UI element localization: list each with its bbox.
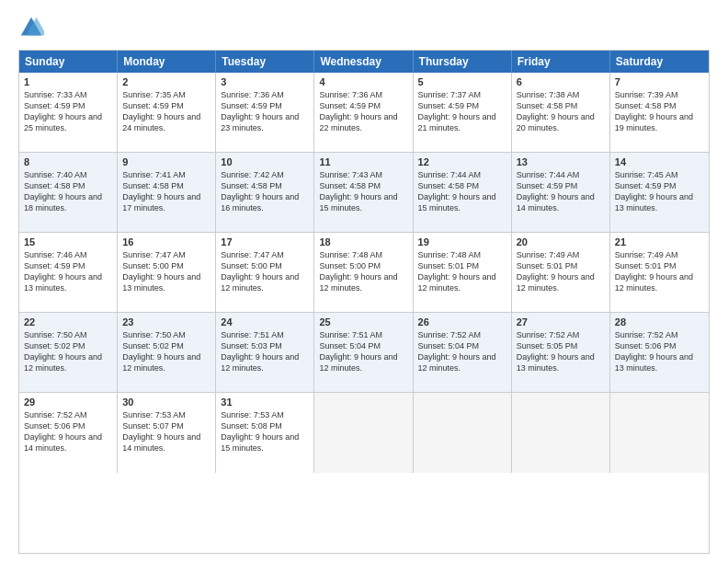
day-info: Sunrise: 7:35 AMSunset: 4:59 PMDaylight:… (122, 89, 210, 134)
day-cell-24: 24Sunrise: 7:51 AMSunset: 5:03 PMDayligh… (216, 313, 314, 392)
day-cell-1: 1Sunrise: 7:33 AMSunset: 4:59 PMDaylight… (19, 73, 118, 152)
day-info: Sunrise: 7:52 AMSunset: 5:06 PMDaylight:… (24, 409, 112, 454)
day-info: Sunrise: 7:41 AMSunset: 4:58 PMDaylight:… (122, 169, 210, 214)
day-info: Sunrise: 7:48 AMSunset: 5:00 PMDaylight:… (319, 249, 407, 294)
day-cell-13: 13Sunrise: 7:44 AMSunset: 4:59 PMDayligh… (512, 153, 610, 232)
empty-cell (314, 393, 413, 473)
day-number: 7 (615, 76, 704, 87)
day-info: Sunrise: 7:37 AMSunset: 4:59 PMDaylight:… (418, 89, 506, 134)
day-cell-28: 28Sunrise: 7:52 AMSunset: 5:06 PMDayligh… (610, 313, 709, 392)
day-cell-9: 9Sunrise: 7:41 AMSunset: 4:58 PMDaylight… (118, 153, 216, 232)
day-number: 6 (517, 76, 605, 87)
day-number: 28 (615, 316, 704, 327)
day-number: 25 (319, 316, 407, 327)
day-info: Sunrise: 7:39 AMSunset: 4:58 PMDaylight:… (615, 89, 704, 134)
day-number: 31 (221, 396, 309, 408)
day-number: 8 (24, 156, 112, 167)
calendar: SundayMondayTuesdayWednesdayThursdayFrid… (18, 50, 710, 554)
day-cell-2: 2Sunrise: 7:35 AMSunset: 4:59 PMDaylight… (118, 73, 216, 152)
empty-cell (414, 393, 512, 473)
calendar-week-2: 8Sunrise: 7:40 AMSunset: 4:58 PMDaylight… (19, 153, 709, 233)
day-info: Sunrise: 7:49 AMSunset: 5:01 PMDaylight:… (615, 249, 704, 294)
page-header (18, 15, 710, 40)
logo-icon (18, 15, 44, 40)
day-number: 29 (24, 396, 112, 408)
day-cell-25: 25Sunrise: 7:51 AMSunset: 5:04 PMDayligh… (314, 313, 413, 392)
day-number: 1 (24, 76, 112, 87)
day-cell-26: 26Sunrise: 7:52 AMSunset: 5:04 PMDayligh… (414, 313, 512, 392)
day-cell-7: 7Sunrise: 7:39 AMSunset: 4:58 PMDaylight… (610, 73, 709, 152)
day-number: 4 (319, 76, 407, 87)
day-number: 22 (24, 316, 112, 327)
day-info: Sunrise: 7:47 AMSunset: 5:00 PMDaylight:… (122, 249, 210, 294)
day-number: 26 (418, 316, 506, 327)
day-info: Sunrise: 7:48 AMSunset: 5:01 PMDaylight:… (418, 249, 506, 294)
empty-cell (610, 393, 709, 473)
day-info: Sunrise: 7:36 AMSunset: 4:59 PMDaylight:… (319, 89, 407, 134)
day-info: Sunrise: 7:53 AMSunset: 5:07 PMDaylight:… (122, 409, 210, 454)
day-cell-16: 16Sunrise: 7:47 AMSunset: 5:00 PMDayligh… (118, 233, 216, 312)
calendar-header: SundayMondayTuesdayWednesdayThursdayFrid… (19, 51, 709, 73)
day-info: Sunrise: 7:33 AMSunset: 4:59 PMDaylight:… (24, 89, 112, 134)
day-info: Sunrise: 7:50 AMSunset: 5:02 PMDaylight:… (24, 329, 112, 374)
logo (18, 15, 48, 40)
day-cell-4: 4Sunrise: 7:36 AMSunset: 4:59 PMDaylight… (314, 73, 413, 152)
calendar-week-3: 15Sunrise: 7:46 AMSunset: 4:59 PMDayligh… (19, 233, 709, 313)
day-cell-6: 6Sunrise: 7:38 AMSunset: 4:58 PMDaylight… (512, 73, 610, 152)
day-number: 17 (221, 236, 309, 247)
calendar-body: 1Sunrise: 7:33 AMSunset: 4:59 PMDaylight… (19, 73, 709, 553)
day-cell-14: 14Sunrise: 7:45 AMSunset: 4:59 PMDayligh… (610, 153, 709, 232)
day-cell-22: 22Sunrise: 7:50 AMSunset: 5:02 PMDayligh… (19, 313, 118, 392)
day-info: Sunrise: 7:45 AMSunset: 4:59 PMDaylight:… (615, 169, 704, 214)
day-number: 14 (615, 156, 704, 167)
day-number: 16 (122, 236, 210, 247)
day-number: 27 (517, 316, 605, 327)
day-header-saturday: Saturday (610, 51, 709, 73)
day-info: Sunrise: 7:44 AMSunset: 4:59 PMDaylight:… (517, 169, 605, 214)
calendar-page: SundayMondayTuesdayWednesdayThursdayFrid… (0, 0, 728, 563)
day-info: Sunrise: 7:49 AMSunset: 5:01 PMDaylight:… (517, 249, 605, 294)
day-info: Sunrise: 7:38 AMSunset: 4:58 PMDaylight:… (517, 89, 605, 134)
calendar-week-1: 1Sunrise: 7:33 AMSunset: 4:59 PMDaylight… (19, 73, 709, 153)
day-cell-19: 19Sunrise: 7:48 AMSunset: 5:01 PMDayligh… (414, 233, 512, 312)
day-number: 10 (221, 156, 309, 167)
day-number: 9 (122, 156, 210, 167)
day-cell-5: 5Sunrise: 7:37 AMSunset: 4:59 PMDaylight… (414, 73, 512, 152)
day-cell-12: 12Sunrise: 7:44 AMSunset: 4:58 PMDayligh… (414, 153, 512, 232)
day-number: 23 (122, 316, 210, 327)
day-cell-10: 10Sunrise: 7:42 AMSunset: 4:58 PMDayligh… (216, 153, 314, 232)
day-info: Sunrise: 7:42 AMSunset: 4:58 PMDaylight:… (221, 169, 309, 214)
day-info: Sunrise: 7:52 AMSunset: 5:04 PMDaylight:… (418, 329, 506, 374)
day-cell-17: 17Sunrise: 7:47 AMSunset: 5:00 PMDayligh… (216, 233, 314, 312)
day-cell-31: 31Sunrise: 7:53 AMSunset: 5:08 PMDayligh… (216, 393, 314, 473)
day-header-sunday: Sunday (19, 51, 118, 73)
day-info: Sunrise: 7:47 AMSunset: 5:00 PMDaylight:… (221, 249, 309, 294)
day-cell-18: 18Sunrise: 7:48 AMSunset: 5:00 PMDayligh… (314, 233, 413, 312)
day-number: 13 (517, 156, 605, 167)
day-info: Sunrise: 7:44 AMSunset: 4:58 PMDaylight:… (418, 169, 506, 214)
day-cell-20: 20Sunrise: 7:49 AMSunset: 5:01 PMDayligh… (512, 233, 610, 312)
day-cell-15: 15Sunrise: 7:46 AMSunset: 4:59 PMDayligh… (19, 233, 118, 312)
day-header-tuesday: Tuesday (216, 51, 314, 73)
day-number: 30 (122, 396, 210, 408)
day-info: Sunrise: 7:46 AMSunset: 4:59 PMDaylight:… (24, 249, 112, 294)
day-number: 5 (418, 76, 506, 87)
day-number: 18 (319, 236, 407, 247)
day-cell-23: 23Sunrise: 7:50 AMSunset: 5:02 PMDayligh… (118, 313, 216, 392)
day-info: Sunrise: 7:51 AMSunset: 5:03 PMDaylight:… (221, 329, 309, 374)
day-cell-11: 11Sunrise: 7:43 AMSunset: 4:58 PMDayligh… (314, 153, 413, 232)
day-info: Sunrise: 7:51 AMSunset: 5:04 PMDaylight:… (319, 329, 407, 374)
day-number: 3 (221, 76, 309, 87)
day-number: 15 (24, 236, 112, 247)
day-info: Sunrise: 7:40 AMSunset: 4:58 PMDaylight:… (24, 169, 112, 214)
day-number: 12 (418, 156, 506, 167)
day-number: 11 (319, 156, 407, 167)
calendar-week-4: 22Sunrise: 7:50 AMSunset: 5:02 PMDayligh… (19, 313, 709, 393)
day-header-thursday: Thursday (414, 51, 512, 73)
day-number: 24 (221, 316, 309, 327)
day-cell-3: 3Sunrise: 7:36 AMSunset: 4:59 PMDaylight… (216, 73, 314, 152)
day-cell-21: 21Sunrise: 7:49 AMSunset: 5:01 PMDayligh… (610, 233, 709, 312)
day-header-wednesday: Wednesday (314, 51, 413, 73)
day-info: Sunrise: 7:36 AMSunset: 4:59 PMDaylight:… (221, 89, 309, 134)
day-number: 19 (418, 236, 506, 247)
